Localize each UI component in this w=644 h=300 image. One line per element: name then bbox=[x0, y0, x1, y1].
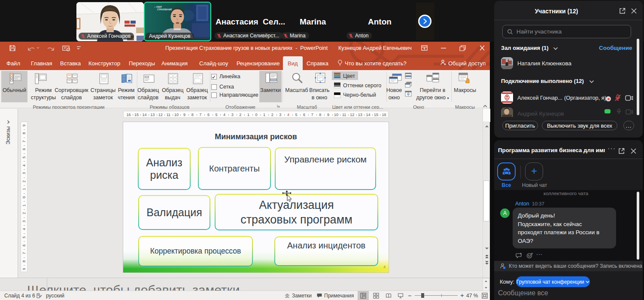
svg-text:◐ СБЕР: ◐ СБЕР bbox=[155, 6, 162, 8]
svg-text:СТРАХОВАНИЕ: СТРАХОВАНИЕ bbox=[157, 9, 172, 11]
